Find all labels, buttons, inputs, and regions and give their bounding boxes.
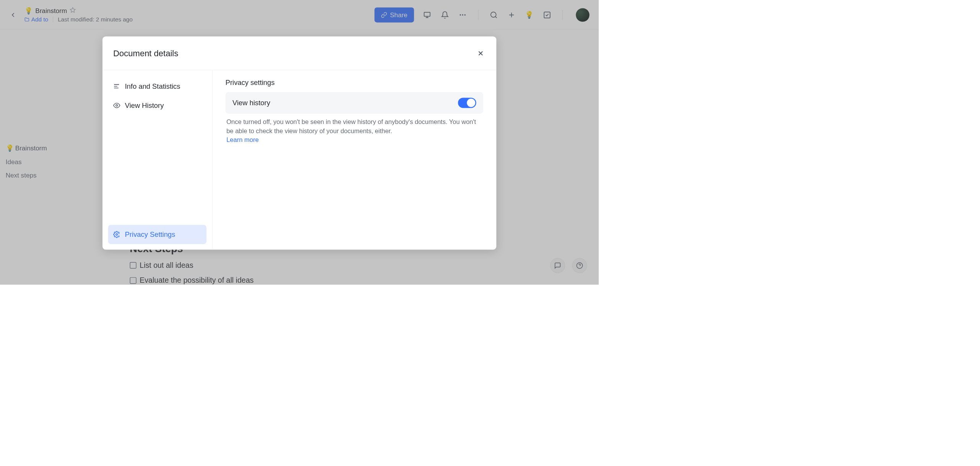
modal-overlay[interactable]: Document details Info and Statistics Vie… [0, 0, 599, 285]
nav-item-info-statistics[interactable]: Info and Statistics [108, 77, 206, 96]
list-icon [113, 83, 120, 90]
document-details-modal: Document details Info and Statistics Vie… [103, 36, 497, 249]
modal-title: Document details [113, 48, 178, 58]
nav-item-privacy-settings[interactable]: Privacy Settings [108, 225, 206, 244]
close-icon [477, 49, 485, 57]
close-button[interactable] [476, 48, 486, 58]
setting-label: View history [232, 99, 270, 107]
svg-point-19 [116, 104, 118, 106]
learn-more-link[interactable]: Learn more [226, 136, 258, 143]
toggle-knob [467, 99, 475, 107]
svg-point-20 [116, 234, 118, 236]
modal-sidebar-nav: Info and Statistics View History Privacy… [103, 70, 212, 249]
setting-description: Once turned off, you won't be seen in th… [225, 118, 483, 144]
nav-item-label: View History [125, 101, 164, 109]
description-text: Once turned off, you won't be seen in th… [226, 119, 476, 134]
nav-item-view-history[interactable]: View History [108, 96, 206, 115]
modal-header: Document details [103, 36, 497, 70]
modal-content: Privacy settings View history Once turne… [212, 70, 497, 249]
view-history-toggle[interactable] [458, 98, 476, 108]
nav-item-label: Info and Statistics [125, 82, 180, 90]
eye-icon [113, 102, 120, 109]
content-heading: Privacy settings [225, 78, 483, 86]
nav-item-label: Privacy Settings [125, 230, 175, 238]
gear-icon [113, 231, 120, 238]
setting-view-history: View history [225, 92, 483, 114]
body-area: 💡 Brainstorm Ideas Next steps Next Steps… [0, 30, 599, 285]
